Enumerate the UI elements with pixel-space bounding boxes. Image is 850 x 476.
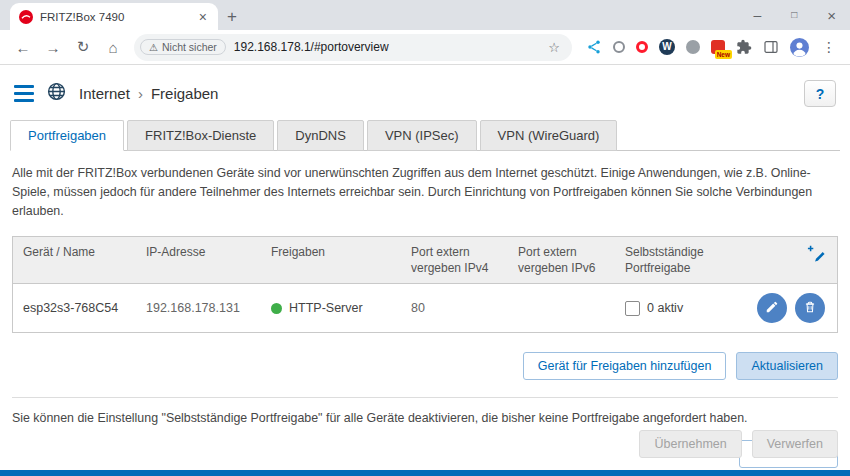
pencil-icon [765, 300, 779, 317]
bookmark-star-icon[interactable]: ☆ [548, 40, 560, 55]
bottom-actions: Übernehmen Verwerfen [639, 430, 838, 458]
col-header-actions [733, 237, 837, 283]
extensions-area: W New ⋮ [576, 38, 840, 57]
window-close-button[interactable]: × [827, 8, 836, 23]
status-dot-icon [271, 303, 282, 314]
extension-icon-2[interactable] [686, 40, 700, 54]
extensions-puzzle-icon[interactable] [736, 39, 752, 55]
edit-columns-icon[interactable] [805, 244, 827, 266]
home-button[interactable]: ⌂ [100, 34, 126, 60]
port-ipv4-value: 80 [401, 293, 508, 323]
new-badge: New [715, 50, 732, 59]
extension-icon-new[interactable]: New [711, 40, 725, 54]
browser-tab[interactable]: FRITZ!Box 7490 × [10, 3, 218, 30]
breadcrumb-internet[interactable]: Internet [79, 85, 130, 102]
section-divider [12, 397, 838, 398]
col-header-device: Gerät / Name [13, 237, 136, 283]
port-ipv6-value [508, 300, 615, 316]
self-release-checkbox[interactable] [625, 301, 640, 316]
forward-button[interactable]: → [40, 34, 66, 60]
url-text: 192.168.178.1/#portoverview [234, 40, 541, 54]
browser-toolbar: ← → ↻ ⌂ ⚠ Nicht sicher 192.168.178.1/#po… [0, 30, 850, 65]
security-label: Nicht sicher [162, 41, 217, 53]
service-cell: HTTP-Server [261, 293, 401, 323]
service-name: HTTP-Server [289, 301, 363, 315]
tab-dyndns[interactable]: DynDNS [277, 120, 364, 151]
table-row: esp32s3-768C54 192.168.178.131 HTTP-Serv… [13, 284, 837, 332]
col-header-self-release: Selbstständige Portfreigabe [615, 237, 733, 283]
profile-avatar[interactable] [790, 38, 809, 57]
self-release-label: 0 aktiv [647, 301, 683, 315]
col-header-ip: IP-Adresse [136, 237, 261, 283]
minimize-button[interactable]: – [753, 8, 761, 22]
new-tab-button[interactable]: + [218, 3, 246, 30]
hamburger-menu-icon[interactable] [14, 85, 34, 102]
device-ip: 192.168.178.131 [136, 293, 261, 323]
extension-icon-1[interactable] [613, 41, 625, 53]
add-device-button[interactable]: Gerät für Freigaben hinzufügen [523, 352, 727, 380]
extension-icon-wordpress[interactable]: W [659, 39, 675, 55]
fritz-footer-bar [0, 470, 850, 476]
wordpress-w-glyph: W [659, 39, 675, 55]
table-buttons-row: Gerät für Freigaben hinzufügen Aktualisi… [12, 352, 838, 380]
breadcrumb: Internet › Freigaben [79, 85, 218, 102]
address-bar[interactable]: ⚠ Nicht sicher 192.168.178.1/#portovervi… [134, 34, 572, 61]
reload-button[interactable]: ↻ [70, 34, 96, 60]
extension-icon-opera[interactable] [636, 41, 648, 53]
col-header-freigaben: Freigaben [261, 237, 401, 283]
discard-button[interactable]: Verwerfen [752, 430, 838, 458]
browser-menu-icon[interactable]: ⋮ [820, 39, 838, 55]
table-header-row: Gerät / Name IP-Adresse Freigaben Port e… [13, 237, 837, 284]
port-table: Gerät / Name IP-Adresse Freigaben Port e… [12, 236, 838, 333]
warning-icon: ⚠ [149, 42, 158, 53]
tab-strip: FRITZ!Box 7490 × + – □ × [0, 0, 850, 30]
col-header-port-ipv6: Port extern vergeben IPv6 [508, 237, 615, 283]
tab-title: FRITZ!Box 7490 [40, 11, 190, 23]
share-icon[interactable] [586, 39, 602, 55]
globe-icon [46, 81, 67, 106]
window-controls: – □ × [753, 0, 836, 30]
tab-vpn-wireguard[interactable]: VPN (WireGuard) [480, 120, 618, 151]
help-button[interactable]: ? [804, 80, 836, 107]
fritzbox-favicon-icon [19, 10, 33, 24]
col-header-port-ipv4: Port extern vergeben IPv4 [401, 237, 508, 283]
breadcrumb-separator-icon: › [138, 85, 143, 102]
delete-row-button[interactable] [795, 293, 825, 323]
security-chip[interactable]: ⚠ Nicht sicher [140, 39, 226, 55]
section-tabs: Portfreigaben FRITZ!Box-Dienste DynDNS V… [10, 120, 840, 151]
self-release-cell: 0 aktiv [615, 293, 733, 324]
trash-icon [803, 300, 817, 317]
browser-window: FRITZ!Box 7490 × + – □ × ← → ↻ ⌂ ⚠ Nicht… [0, 0, 850, 476]
apply-button[interactable]: Übernehmen [639, 430, 741, 458]
tab-vpn-ipsec[interactable]: VPN (IPSec) [367, 120, 477, 151]
tab-fritzbox-dienste[interactable]: FRITZ!Box-Dienste [127, 120, 274, 151]
breadcrumb-freigaben: Freigaben [151, 85, 219, 102]
tab-close-icon[interactable]: × [197, 10, 209, 24]
note-text: Sie können die Einstellung "Selbstständi… [12, 409, 838, 428]
intro-text: Alle mit der FRITZ!Box verbundenen Gerät… [12, 164, 838, 222]
device-name: esp32s3-768C54 [13, 293, 136, 323]
tab-portfreigaben[interactable]: Portfreigaben [10, 120, 124, 151]
page-header: Internet › Freigaben ? [0, 65, 850, 116]
fritzbox-page: Internet › Freigaben ? Portfreigaben FRI… [0, 65, 850, 470]
row-actions [733, 285, 837, 331]
maximize-button[interactable]: □ [791, 10, 797, 20]
edit-row-button[interactable] [757, 293, 787, 323]
back-button[interactable]: ← [10, 34, 36, 60]
refresh-button[interactable]: Aktualisieren [736, 352, 838, 380]
sidebar-panel-icon[interactable] [763, 39, 779, 55]
